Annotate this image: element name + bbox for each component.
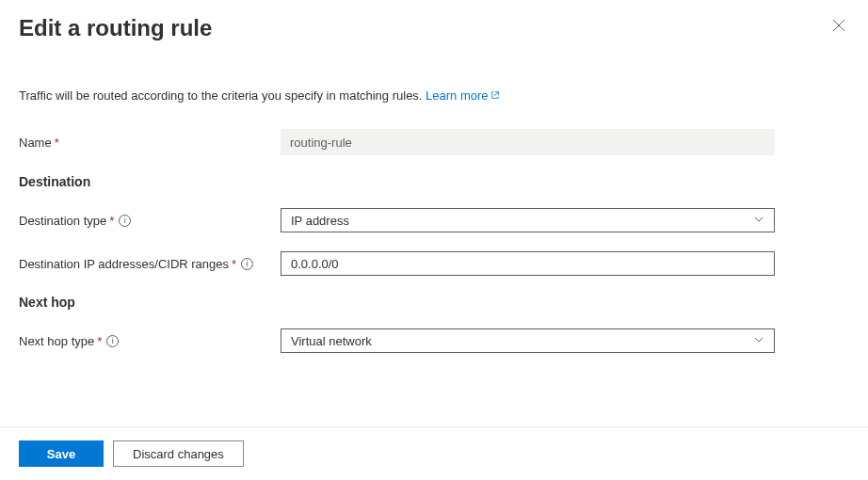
next-hop-type-select[interactable]: Virtual network xyxy=(281,328,775,353)
next-hop-type-label: Next hop type * i xyxy=(19,334,281,348)
chevron-down-icon xyxy=(753,334,764,348)
required-indicator: * xyxy=(55,136,59,150)
chevron-down-icon xyxy=(753,214,764,228)
required-indicator: * xyxy=(109,214,114,228)
page-title: Edit a routing rule xyxy=(19,15,212,41)
next-hop-section-header: Next hop xyxy=(19,295,849,310)
close-icon xyxy=(832,21,845,35)
required-indicator: * xyxy=(97,334,102,348)
learn-more-link[interactable]: Learn more xyxy=(426,88,499,103)
destination-ip-label: Destination IP addresses/CIDR ranges * i xyxy=(19,257,281,271)
name-field: routing-rule xyxy=(281,129,775,155)
discard-button[interactable]: Discard changes xyxy=(113,440,244,467)
info-icon[interactable]: i xyxy=(106,335,119,347)
footer: Save Discard changes xyxy=(0,426,868,480)
close-button[interactable] xyxy=(828,15,849,38)
info-icon[interactable]: i xyxy=(119,215,131,227)
destination-ip-input[interactable] xyxy=(281,251,775,276)
destination-type-label: Destination type * i xyxy=(19,214,281,228)
save-button[interactable]: Save xyxy=(19,440,104,467)
destination-section-header: Destination xyxy=(19,174,849,189)
destination-type-select[interactable]: IP address xyxy=(281,208,775,232)
description-text: Traffic will be routed according to the … xyxy=(19,88,849,103)
name-label: Name * xyxy=(19,136,281,150)
info-icon[interactable]: i xyxy=(241,258,253,270)
external-link-icon xyxy=(489,88,500,103)
required-indicator: * xyxy=(232,257,236,271)
